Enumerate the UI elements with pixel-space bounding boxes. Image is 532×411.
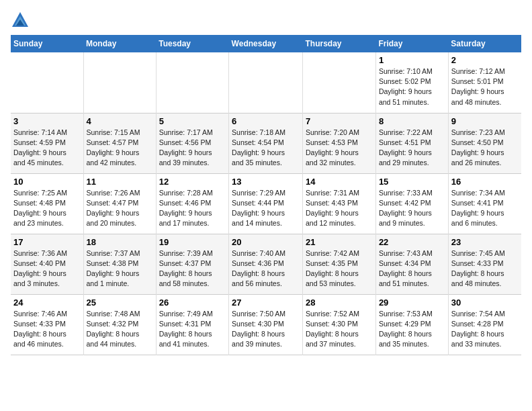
day-info: Sunrise: 7:23 AM Sunset: 4:50 PM Dayligh… [451, 128, 519, 169]
day-number: 7 [306, 116, 373, 126]
day-number: 28 [306, 298, 373, 308]
calendar-cell: 4Sunrise: 7:15 AM Sunset: 4:57 PM Daylig… [83, 113, 156, 173]
calendar-cell: 11Sunrise: 7:26 AM Sunset: 4:47 PM Dayli… [83, 173, 156, 234]
day-info: Sunrise: 7:28 AM Sunset: 4:46 PM Dayligh… [159, 188, 226, 229]
day-info: Sunrise: 7:26 AM Sunset: 4:47 PM Dayligh… [87, 188, 153, 229]
calendar-cell: 12Sunrise: 7:28 AM Sunset: 4:46 PM Dayli… [156, 173, 228, 234]
weekday-header-thursday: Thursday [303, 35, 376, 52]
day-number: 29 [379, 298, 445, 308]
calendar-cell: 15Sunrise: 7:33 AM Sunset: 4:42 PM Dayli… [375, 173, 448, 234]
page-header [11, 11, 521, 30]
day-number: 5 [159, 116, 226, 126]
day-number: 15 [379, 177, 445, 187]
calendar-cell [11, 52, 83, 113]
day-number: 3 [13, 116, 81, 126]
day-info: Sunrise: 7:43 AM Sunset: 4:34 PM Dayligh… [379, 248, 445, 289]
logo [11, 11, 32, 30]
calendar-cell: 5Sunrise: 7:17 AM Sunset: 4:56 PM Daylig… [156, 113, 228, 173]
day-info: Sunrise: 7:53 AM Sunset: 4:29 PM Dayligh… [379, 309, 445, 350]
calendar-cell: 30Sunrise: 7:54 AM Sunset: 4:28 PM Dayli… [448, 294, 521, 355]
day-info: Sunrise: 7:39 AM Sunset: 4:37 PM Dayligh… [159, 248, 226, 289]
day-info: Sunrise: 7:29 AM Sunset: 4:44 PM Dayligh… [232, 188, 300, 229]
day-number: 23 [451, 237, 519, 247]
calendar-cell: 22Sunrise: 7:43 AM Sunset: 4:34 PM Dayli… [375, 234, 448, 294]
day-info: Sunrise: 7:31 AM Sunset: 4:43 PM Dayligh… [306, 188, 373, 229]
day-info: Sunrise: 7:48 AM Sunset: 4:32 PM Dayligh… [87, 309, 153, 350]
calendar-cell: 27Sunrise: 7:50 AM Sunset: 4:30 PM Dayli… [229, 294, 303, 355]
calendar-cell: 19Sunrise: 7:39 AM Sunset: 4:37 PM Dayli… [156, 234, 228, 294]
day-number: 8 [379, 116, 445, 126]
day-info: Sunrise: 7:10 AM Sunset: 5:02 PM Dayligh… [379, 66, 445, 107]
day-info: Sunrise: 7:34 AM Sunset: 4:41 PM Dayligh… [451, 188, 519, 229]
day-info: Sunrise: 7:14 AM Sunset: 4:59 PM Dayligh… [13, 128, 81, 169]
weekday-header-wednesday: Wednesday [229, 35, 303, 52]
calendar-cell: 21Sunrise: 7:42 AM Sunset: 4:35 PM Dayli… [303, 234, 376, 294]
day-number: 4 [87, 116, 153, 126]
day-number: 30 [451, 298, 519, 308]
calendar-cell: 25Sunrise: 7:48 AM Sunset: 4:32 PM Dayli… [83, 294, 156, 355]
calendar-cell: 20Sunrise: 7:40 AM Sunset: 4:36 PM Dayli… [229, 234, 303, 294]
day-info: Sunrise: 7:37 AM Sunset: 4:38 PM Dayligh… [87, 248, 153, 289]
day-number: 14 [306, 177, 373, 187]
day-info: Sunrise: 7:54 AM Sunset: 4:28 PM Dayligh… [451, 309, 519, 350]
weekday-header-saturday: Saturday [448, 35, 521, 52]
calendar-week-row: 17Sunrise: 7:36 AM Sunset: 4:40 PM Dayli… [11, 234, 521, 294]
day-number: 27 [232, 298, 300, 308]
day-number: 17 [13, 237, 81, 247]
calendar-cell: 8Sunrise: 7:22 AM Sunset: 4:51 PM Daylig… [375, 113, 448, 173]
weekday-header-row: SundayMondayTuesdayWednesdayThursdayFrid… [11, 35, 521, 52]
day-info: Sunrise: 7:25 AM Sunset: 4:48 PM Dayligh… [13, 188, 81, 229]
calendar-cell: 28Sunrise: 7:52 AM Sunset: 4:30 PM Dayli… [303, 294, 376, 355]
day-number: 1 [379, 55, 445, 65]
day-number: 19 [159, 237, 226, 247]
calendar-cell: 6Sunrise: 7:18 AM Sunset: 4:54 PM Daylig… [229, 113, 303, 173]
day-number: 6 [232, 116, 300, 126]
calendar-cell: 9Sunrise: 7:23 AM Sunset: 4:50 PM Daylig… [448, 113, 521, 173]
day-info: Sunrise: 7:12 AM Sunset: 5:01 PM Dayligh… [451, 66, 519, 107]
weekday-header-tuesday: Tuesday [156, 35, 228, 52]
calendar-week-row: 1Sunrise: 7:10 AM Sunset: 5:02 PM Daylig… [11, 52, 521, 113]
day-number: 2 [451, 55, 519, 65]
day-info: Sunrise: 7:42 AM Sunset: 4:35 PM Dayligh… [306, 248, 373, 289]
day-number: 16 [451, 177, 519, 187]
calendar-table: SundayMondayTuesdayWednesdayThursdayFrid… [11, 35, 521, 355]
calendar-cell [83, 52, 156, 113]
day-number: 13 [232, 177, 300, 187]
calendar-week-row: 10Sunrise: 7:25 AM Sunset: 4:48 PM Dayli… [11, 173, 521, 234]
day-number: 25 [87, 298, 153, 308]
day-number: 24 [13, 298, 81, 308]
calendar-week-row: 3Sunrise: 7:14 AM Sunset: 4:59 PM Daylig… [11, 113, 521, 173]
day-info: Sunrise: 7:22 AM Sunset: 4:51 PM Dayligh… [379, 128, 445, 169]
day-number: 12 [159, 177, 226, 187]
day-info: Sunrise: 7:18 AM Sunset: 4:54 PM Dayligh… [232, 128, 300, 169]
weekday-header-sunday: Sunday [11, 35, 83, 52]
calendar-cell: 13Sunrise: 7:29 AM Sunset: 4:44 PM Dayli… [229, 173, 303, 234]
day-number: 20 [232, 237, 300, 247]
calendar-cell: 29Sunrise: 7:53 AM Sunset: 4:29 PM Dayli… [375, 294, 448, 355]
day-info: Sunrise: 7:36 AM Sunset: 4:40 PM Dayligh… [13, 248, 81, 289]
day-info: Sunrise: 7:33 AM Sunset: 4:42 PM Dayligh… [379, 188, 445, 229]
day-number: 11 [87, 177, 153, 187]
calendar-cell: 1Sunrise: 7:10 AM Sunset: 5:02 PM Daylig… [375, 52, 448, 113]
calendar-cell: 10Sunrise: 7:25 AM Sunset: 4:48 PM Dayli… [11, 173, 83, 234]
day-info: Sunrise: 7:17 AM Sunset: 4:56 PM Dayligh… [159, 128, 226, 169]
day-info: Sunrise: 7:40 AM Sunset: 4:36 PM Dayligh… [232, 248, 300, 289]
calendar-cell: 7Sunrise: 7:20 AM Sunset: 4:53 PM Daylig… [303, 113, 376, 173]
calendar-cell: 3Sunrise: 7:14 AM Sunset: 4:59 PM Daylig… [11, 113, 83, 173]
weekday-header-friday: Friday [375, 35, 448, 52]
day-number: 21 [306, 237, 373, 247]
day-info: Sunrise: 7:46 AM Sunset: 4:33 PM Dayligh… [13, 309, 81, 350]
calendar-cell [229, 52, 303, 113]
calendar-cell: 2Sunrise: 7:12 AM Sunset: 5:01 PM Daylig… [448, 52, 521, 113]
weekday-header-monday: Monday [83, 35, 156, 52]
calendar-week-row: 24Sunrise: 7:46 AM Sunset: 4:33 PM Dayli… [11, 294, 521, 355]
day-info: Sunrise: 7:50 AM Sunset: 4:30 PM Dayligh… [232, 309, 300, 350]
day-number: 26 [159, 298, 226, 308]
calendar-cell: 23Sunrise: 7:45 AM Sunset: 4:33 PM Dayli… [448, 234, 521, 294]
day-info: Sunrise: 7:20 AM Sunset: 4:53 PM Dayligh… [306, 128, 373, 169]
day-info: Sunrise: 7:45 AM Sunset: 4:33 PM Dayligh… [451, 248, 519, 289]
day-info: Sunrise: 7:52 AM Sunset: 4:30 PM Dayligh… [306, 309, 373, 350]
calendar-cell [303, 52, 376, 113]
day-number: 9 [451, 116, 519, 126]
day-info: Sunrise: 7:15 AM Sunset: 4:57 PM Dayligh… [87, 128, 153, 169]
